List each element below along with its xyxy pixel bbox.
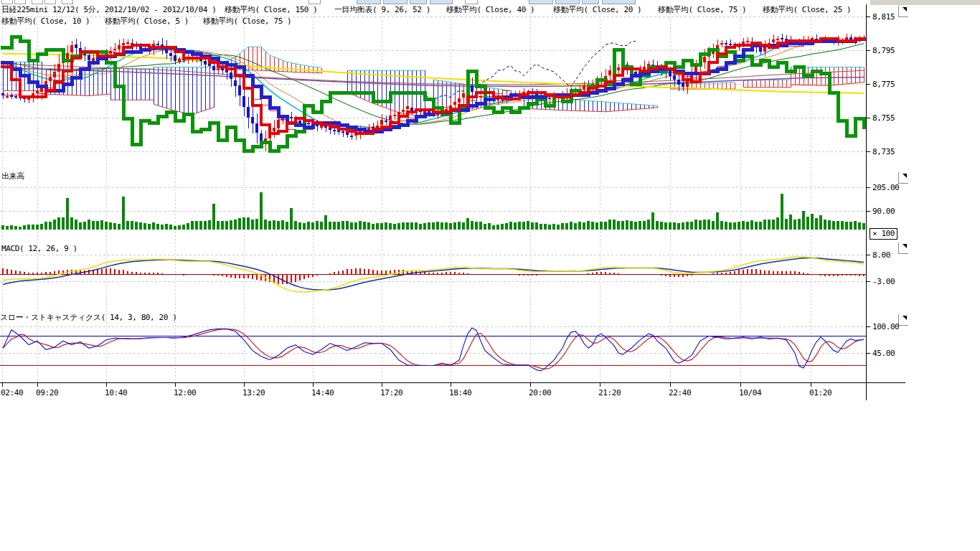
stoch-axis-label: 100.00	[872, 323, 899, 331]
price-axis-label: 8,735	[872, 148, 895, 156]
price-axis-label: 8,755	[872, 114, 895, 123]
chart-canvas	[0, 0, 980, 551]
time-axis-label: 02:40	[1, 389, 23, 397]
toolbar-button[interactable]	[357, 0, 381, 4]
legend-ma10: 移動平均( Close, 10 )	[1, 17, 90, 26]
panel-arrow-icon	[903, 244, 907, 248]
legend-ma20: 移動平均( Close, 20 )	[553, 6, 641, 14]
chart-title: 日経225mini 12/12( 5分, 2012/10/02 - 2012/1…	[1, 6, 216, 14]
time-axis-label: 17:20	[380, 389, 402, 397]
time-axis-label: 22:40	[669, 389, 691, 397]
toolbar-button[interactable]	[308, 0, 321, 4]
panel-arrow-icon	[903, 316, 907, 320]
toolbar-button[interactable]	[14, 0, 26, 4]
time-axis-label: 14:40	[311, 389, 334, 397]
toolbar-button[interactable]	[32, 0, 43, 4]
time-axis-label: 10/04	[739, 389, 761, 397]
volume-panel-button[interactable]	[898, 172, 908, 184]
legend-ma75: 移動平均( Close, 75 )	[658, 6, 746, 14]
time-axis-label: 12:00	[174, 389, 196, 397]
volume-multiplier-badge: × 100	[870, 228, 897, 240]
legend-ma40: 移動平均( Close, 40 )	[446, 6, 534, 14]
time-axis-label: 10:40	[105, 389, 127, 397]
macd-axis-label: -3.00	[872, 278, 895, 286]
panel-arrow-icon	[903, 7, 907, 11]
toolbar-fragment	[0, 0, 980, 4]
toolbar-fragment-right	[870, 0, 980, 5]
price-panel-button[interactable]	[898, 6, 908, 17]
time-axis-label: 09:20	[36, 389, 58, 397]
toolbar-button[interactable]	[582, 0, 599, 4]
time-axis-label: 21:20	[598, 389, 621, 397]
time-axis-label: 13:20	[242, 389, 265, 397]
price-axis-label: 8,775	[872, 80, 895, 89]
stoch-axis-label: 45.00	[872, 349, 895, 358]
price-axis-label: 8,815	[872, 13, 895, 22]
legend-ma25: 移動平均( Close, 25 )	[763, 6, 851, 14]
legend-ma5: 移動平均( Close, 5 )	[105, 17, 189, 26]
volume-bars	[1, 192, 865, 230]
macd-axis-label: 8.00	[872, 251, 890, 260]
volume-panel-label: 出来高	[1, 172, 24, 181]
macd-panel-button[interactable]	[898, 242, 908, 254]
toolbar-button[interactable]	[410, 0, 427, 4]
toolbar-button[interactable]	[465, 0, 478, 4]
stoch-panel-label: スロー・ストキャスティクス( 14, 3, 80, 20 )	[0, 314, 176, 322]
panel-arrow-icon	[903, 174, 907, 178]
legend-ichimoku: 一目均衡表( 9, 26, 52 )	[334, 6, 430, 14]
toolbar-button[interactable]	[62, 0, 73, 4]
toolbar-button[interactable]	[602, 0, 636, 4]
legend-ma75b: 移動平均( Close, 75 )	[203, 17, 291, 26]
macd-panel-label: MACD( 12, 26, 9 )	[1, 245, 77, 253]
toolbar-button[interactable]	[44, 0, 56, 4]
volume-axis-label: 205.00	[872, 184, 899, 192]
stoch-panel	[0, 328, 866, 371]
toolbar-button[interactable]	[383, 0, 407, 4]
volume-axis-label: 90.00	[872, 207, 895, 216]
toolbar-button[interactable]	[555, 0, 580, 4]
price-axis-label: 8,795	[872, 47, 895, 55]
legend-ma150: 移動平均( Close, 150 )	[225, 6, 318, 14]
time-axis-label: 20:00	[529, 389, 551, 397]
toolbar-button[interactable]	[1, 0, 13, 4]
chart-application: 日経225mini 12/12( 5分, 2012/10/02 - 2012/1…	[0, 0, 980, 551]
time-axis-label: 01:20	[809, 389, 831, 397]
macd-panel	[0, 257, 866, 292]
toolbar-button[interactable]	[529, 0, 553, 4]
time-axis-label: 18:40	[449, 389, 471, 397]
toolbar-button[interactable]	[430, 0, 453, 4]
stoch-panel-button[interactable]	[898, 314, 908, 326]
